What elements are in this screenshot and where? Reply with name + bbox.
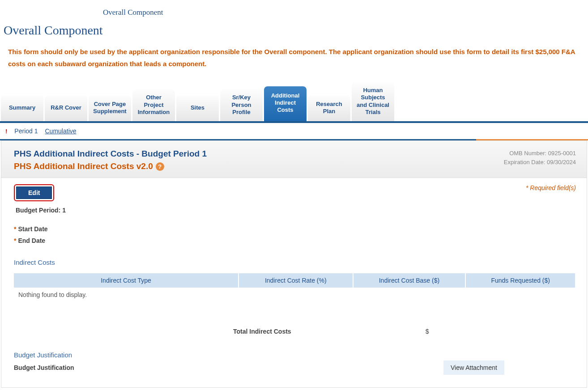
content-panel: PHS Additional Indirect Costs - Budget P… — [1, 140, 587, 388]
tab-sites[interactable]: Sites — [176, 95, 219, 121]
tab-human-subjects-clinical-trials[interactable]: Human Subjects and Clinical Trials — [352, 82, 394, 121]
budget-justification-section: Budget Justification Budget Justificatio… — [14, 351, 576, 375]
tab-bar: Summary R&R Cover Cover Page Supplement … — [0, 82, 588, 121]
indirect-costs-table: Indirect Cost Type Indirect Cost Rate (%… — [14, 273, 576, 302]
omb-info: OMB Number: 0925-0001 Expiration Date: 0… — [504, 149, 576, 166]
table-row-empty: Nothing found to display. — [14, 288, 575, 302]
panel-title: PHS Additional Indirect Costs - Budget P… — [14, 149, 576, 159]
start-date-row: *Start Date — [14, 225, 576, 233]
budget-period-line: Budget Period: 1 — [16, 207, 576, 214]
alert-icon: ! — [5, 128, 7, 135]
end-date-label: End Date — [18, 237, 45, 244]
tab-additional-indirect-costs[interactable]: Additional Indirect Costs — [264, 86, 307, 121]
panel-header: PHS Additional Indirect Costs - Budget P… — [1, 141, 587, 178]
tab-research-plan[interactable]: Research Plan — [308, 95, 350, 121]
budget-period-value: 1 — [62, 207, 66, 214]
subnav-period-1[interactable]: Period 1 — [14, 127, 38, 135]
budget-justification-heading: Budget Justification — [14, 351, 576, 359]
end-date-row: *End Date — [14, 237, 576, 244]
tab-srkey-person-profile[interactable]: Sr/Key Person Profile — [220, 89, 263, 121]
total-indirect-label: Total Indirect Costs — [233, 328, 291, 335]
tab-cover-page-supplement[interactable]: Cover Page Supplement — [89, 95, 131, 121]
col-indirect-cost-base: Indirect Cost Base ($) — [353, 273, 466, 288]
budget-period-label: Budget Period: — [16, 207, 60, 214]
total-indirect-value: $ — [426, 328, 429, 335]
expiration-date: Expiration Date: 09/30/2024 — [504, 158, 576, 167]
total-indirect-row: Total Indirect Costs $ — [14, 328, 576, 335]
edit-button[interactable]: Edit — [16, 187, 52, 199]
required-asterisk: * — [14, 237, 16, 244]
indirect-costs-heading: Indirect Costs — [14, 259, 576, 266]
breadcrumb[interactable]: Overall Component — [103, 8, 588, 17]
panel-body: Edit * Required field(s) Budget Period: … — [1, 178, 587, 387]
col-indirect-cost-rate: Indirect Cost Rate (%) — [239, 273, 353, 288]
period-subnav: ! Period 1 Cumulative — [0, 123, 588, 140]
subnav-cumulative[interactable]: Cumulative — [45, 127, 77, 135]
start-date-label: Start Date — [18, 225, 47, 233]
budget-justification-label: Budget Justification — [14, 364, 74, 371]
view-attachment-button[interactable]: View Attachment — [443, 360, 504, 375]
page-title: Overall Component — [4, 23, 588, 38]
col-indirect-cost-type: Indirect Cost Type — [14, 273, 239, 288]
empty-table-message: Nothing found to display. — [14, 288, 575, 302]
help-icon[interactable]: ? — [156, 162, 164, 171]
tab-summary[interactable]: Summary — [1, 95, 43, 121]
panel-subtitle: PHS Additional Indirect Costs v2.0 ? — [14, 161, 576, 171]
required-asterisk: * — [14, 225, 16, 233]
form-warning-text: This form should only be used by the app… — [8, 46, 580, 70]
panel-subtitle-text: PHS Additional Indirect Costs v2.0 — [14, 161, 153, 171]
tab-other-project-information[interactable]: Other Project Information — [132, 89, 175, 121]
required-fields-note: * Required field(s) — [526, 184, 576, 191]
omb-number: OMB Number: 0925-0001 — [504, 149, 576, 158]
edit-button-highlight: Edit — [14, 184, 54, 201]
tab-rr-cover[interactable]: R&R Cover — [45, 95, 87, 121]
col-funds-requested: Funds Requested ($) — [465, 273, 575, 288]
